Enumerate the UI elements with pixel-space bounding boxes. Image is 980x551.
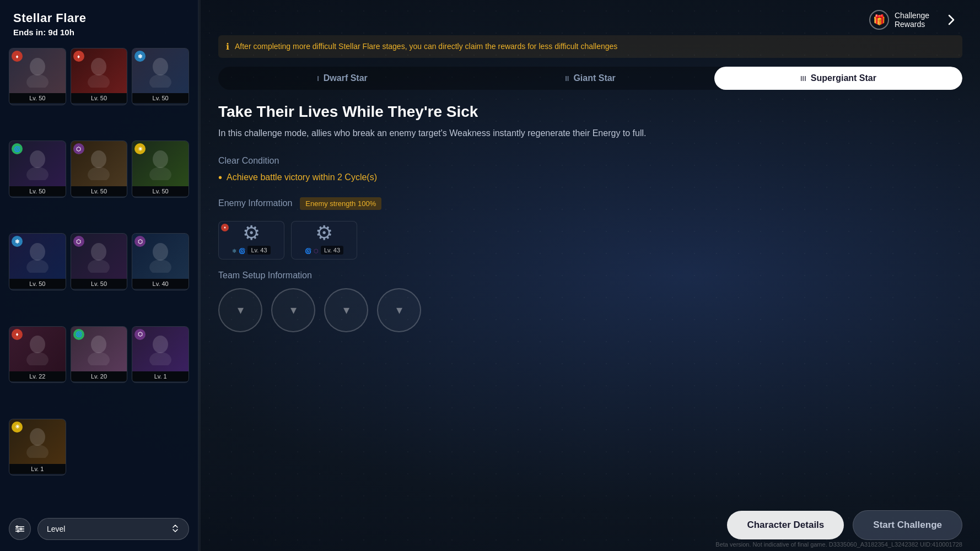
tab-giant-roman: II — [565, 74, 569, 83]
char-card-3[interactable]: ❄Lv. 50 — [132, 48, 189, 105]
svg-point-7 — [26, 167, 49, 180]
char-card-2[interactable]: ♦Lv. 50 — [71, 48, 128, 105]
svg-point-23 — [149, 352, 171, 365]
enemy-1-badges: ♦ — [221, 224, 229, 231]
enemy-cards: ♦ ⚙ ❄ 🌀 Lv. 43 ⚙ 🌀 ⬡ — [218, 221, 962, 260]
team-setup-label: Team Setup Information — [218, 271, 962, 280]
challenge-title: Take Their Lives While They're Sick — [218, 103, 962, 121]
char-card-10[interactable]: ♦Lv. 22 — [9, 326, 66, 383]
char-card-7[interactable]: ❄Lv. 50 — [9, 233, 66, 290]
char-5-level: Lv. 50 — [71, 186, 127, 196]
svg-point-11 — [149, 167, 171, 180]
svg-point-25 — [26, 445, 49, 458]
top-bar: 🎁 ChallengeRewards — [218, 0, 962, 35]
challenge-rewards-label: ChallengeRewards — [895, 11, 929, 29]
svg-point-3 — [88, 74, 110, 88]
sidebar-subtitle: Ends in: 9d 10h — [13, 28, 185, 37]
svg-point-10 — [153, 150, 168, 168]
tab-giant-label: Giant Star — [573, 73, 615, 83]
svg-point-19 — [26, 352, 49, 365]
char-5-element-badge: ⬡ — [73, 143, 84, 154]
enemy-2-type-1: 🌀 — [305, 248, 311, 254]
svg-point-22 — [153, 336, 168, 353]
enemy-card-1: ♦ ⚙ ❄ 🌀 Lv. 43 — [218, 221, 284, 260]
char-12-level: Lv. 1 — [132, 371, 189, 381]
team-slot-4[interactable]: ▾ — [377, 288, 421, 332]
team-slot-3[interactable]: ▾ — [324, 288, 368, 332]
team-slot-2[interactable]: ▾ — [271, 288, 315, 332]
char-10-level: Lv. 22 — [9, 371, 66, 381]
back-button[interactable] — [940, 9, 962, 31]
char-9-level: Lv. 40 — [132, 279, 189, 289]
enemy-1-type-1: ❄ — [232, 248, 236, 254]
tab-supergiant-roman: III — [800, 74, 806, 83]
enemy-strength-badge: Enemy strength 100% — [300, 197, 381, 210]
svg-point-14 — [91, 243, 106, 261]
char-13-level: Lv. 1 — [9, 464, 66, 474]
tab-supergiant-star[interactable]: III Supergiant Star — [714, 67, 962, 90]
svg-point-8 — [91, 150, 106, 168]
filter-button[interactable] — [9, 518, 31, 540]
char-card-12[interactable]: ⬡Lv. 1 — [132, 326, 189, 383]
tab-giant-star[interactable]: II Giant Star — [466, 67, 714, 90]
char-card-5[interactable]: ⬡Lv. 50 — [71, 141, 128, 198]
enemy-info-label: Enemy Information — [218, 198, 292, 208]
svg-point-15 — [88, 260, 110, 273]
enemy-card-2: ⚙ 🌀 ⬡ Lv. 43 — [291, 221, 357, 260]
enemy-2-sprite: ⚙ — [315, 222, 333, 245]
svg-point-6 — [30, 150, 45, 168]
enemy-1-fire-badge: ♦ — [221, 224, 229, 231]
sidebar-title: Stellar Flare — [13, 11, 185, 25]
tab-dwarf-star[interactable]: I Dwarf Star — [218, 67, 466, 90]
tab-supergiant-label: Supergiant Star — [811, 73, 876, 83]
char-13-element-badge: ☀ — [12, 422, 23, 433]
char-card-13[interactable]: ☀Lv. 1 — [9, 419, 66, 476]
svg-point-17 — [149, 260, 171, 273]
char-card-1[interactable]: ♦Lv. 50 — [9, 48, 66, 105]
char-11-element-badge: 🌀 — [73, 329, 84, 340]
main-content: 🎁 ChallengeRewards ℹ After completing mo… — [201, 0, 980, 551]
char-8-element-badge: ⬡ — [73, 236, 84, 247]
char-card-8[interactable]: ⬡Lv. 50 — [71, 233, 128, 290]
enemy-2-level: Lv. 43 — [321, 246, 343, 255]
clear-condition-label: Clear Condition — [218, 156, 962, 166]
svg-point-9 — [88, 167, 110, 180]
team-slot-1[interactable]: ▾ — [218, 288, 262, 332]
enemy-1-level: Lv. 43 — [247, 246, 270, 255]
challenge-rewards-button[interactable]: 🎁 ChallengeRewards — [869, 10, 929, 30]
svg-point-32 — [18, 531, 19, 532]
char-card-4[interactable]: 🌀Lv. 50 — [9, 141, 66, 198]
enemy-1-type-2: 🌀 — [239, 248, 245, 254]
char-card-6[interactable]: ☀Lv. 50 — [132, 141, 189, 198]
start-challenge-button[interactable]: Start Challenge — [853, 510, 962, 540]
char-card-9[interactable]: ⬡Lv. 40 — [132, 233, 189, 290]
char-3-level: Lv. 50 — [132, 93, 189, 103]
svg-point-16 — [153, 243, 168, 261]
notice-banner: ℹ After completing more difficult Stella… — [218, 35, 962, 58]
svg-point-4 — [153, 58, 168, 75]
difficulty-tabs: I Dwarf Star II Giant Star III Supergian… — [218, 67, 962, 90]
team-setup-section: Team Setup Information ▾ ▾ ▾ ▾ — [218, 271, 962, 332]
character-details-button[interactable]: Character Details — [727, 511, 844, 539]
enemy-2-type-2: ⬡ — [314, 248, 319, 254]
char-6-level: Lv. 50 — [132, 186, 189, 196]
char-4-level: Lv. 50 — [9, 186, 66, 196]
svg-point-20 — [91, 336, 106, 353]
tab-dwarf-roman: I — [317, 74, 319, 83]
bottom-bar: Character Details Start Challenge — [727, 510, 962, 540]
char-card-11[interactable]: 🌀Lv. 20 — [71, 326, 128, 383]
svg-point-1 — [26, 74, 49, 88]
char-2-element-badge: ♦ — [73, 51, 84, 62]
notice-text: After completing more difficult Stellar … — [235, 41, 617, 52]
sort-button[interactable]: Level — [37, 518, 189, 540]
svg-point-12 — [30, 243, 45, 261]
sidebar-header: Stellar Flare Ends in: 9d 10h — [0, 0, 198, 44]
sidebar-footer: Level — [0, 511, 198, 540]
condition-item: Achieve battle victory within 2 Cycle(s) — [218, 171, 962, 184]
svg-point-24 — [30, 428, 45, 446]
char-11-level: Lv. 20 — [71, 371, 127, 381]
svg-point-26 — [17, 526, 18, 528]
svg-point-5 — [149, 74, 171, 88]
character-grid: ♦Lv. 50 ♦Lv. 50 ❄Lv. 50 🌀Lv. 50 ⬡Lv. 50 … — [0, 44, 198, 511]
char-1-level: Lv. 50 — [9, 93, 66, 103]
